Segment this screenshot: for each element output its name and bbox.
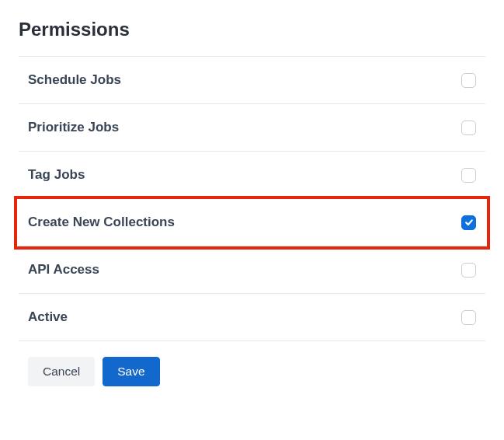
permission-checkbox-create-new-collections[interactable] <box>461 215 476 230</box>
permission-checkbox-prioritize-jobs[interactable] <box>461 120 476 135</box>
permission-checkbox-schedule-jobs[interactable] <box>461 73 476 88</box>
permissions-list: Schedule Jobs Prioritize Jobs Tag Jobs C… <box>19 56 485 341</box>
permission-label: Create New Collections <box>28 215 175 230</box>
permission-label: API Access <box>28 262 99 278</box>
permission-label: Prioritize Jobs <box>28 120 119 135</box>
permission-row-api-access: API Access <box>19 246 485 294</box>
permission-row-schedule-jobs: Schedule Jobs <box>19 57 485 104</box>
permission-row-tag-jobs: Tag Jobs <box>19 152 485 199</box>
permission-row-active: Active <box>19 294 485 341</box>
button-row: Cancel Save <box>19 357 485 386</box>
page-title: Permissions <box>19 19 485 40</box>
permission-checkbox-tag-jobs[interactable] <box>461 168 476 183</box>
permission-label: Active <box>28 309 68 325</box>
permission-row-create-new-collections: Create New Collections <box>19 199 485 246</box>
permission-checkbox-active[interactable] <box>461 310 476 325</box>
permission-row-prioritize-jobs: Prioritize Jobs <box>19 104 485 152</box>
check-icon <box>464 218 474 227</box>
permission-checkbox-api-access[interactable] <box>461 263 476 278</box>
save-button[interactable]: Save <box>103 357 159 386</box>
permission-label: Schedule Jobs <box>28 72 121 88</box>
cancel-button[interactable]: Cancel <box>28 357 95 386</box>
permission-label: Tag Jobs <box>28 167 85 183</box>
permissions-list-wrapper: Schedule Jobs Prioritize Jobs Tag Jobs C… <box>19 56 485 341</box>
